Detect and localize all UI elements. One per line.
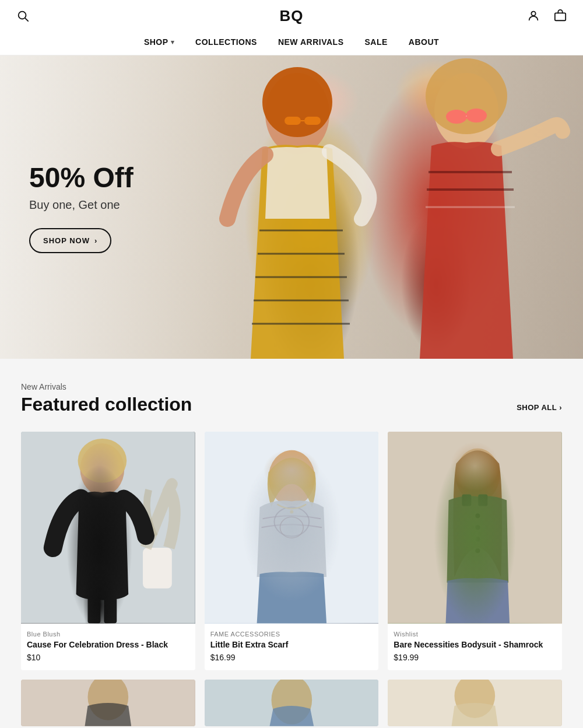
product-card-partial[interactable] <box>21 680 195 726</box>
product-image <box>205 432 379 624</box>
section-header: Featured collection SHOP ALL › <box>21 394 562 415</box>
hero-banner: 50% Off Buy one, Get one SHOP NOW › <box>0 55 583 359</box>
svg-rect-3 <box>555 13 566 20</box>
cart-icon <box>554 9 567 22</box>
account-icon <box>527 9 540 22</box>
section-meta: New Arrivals <box>21 382 562 391</box>
nav-about-label: ABOUT <box>409 37 439 47</box>
product-card-partial[interactable] <box>388 680 562 726</box>
product-brand: Blue Blush <box>27 631 189 638</box>
product-name: Bare Necessities Bodysuit - Shamrock <box>394 640 556 649</box>
product-brand: FAME ACCESSORIES <box>210 631 373 638</box>
svg-point-2 <box>531 12 535 16</box>
product-name: Little Bit Extra Scarf <box>210 640 373 649</box>
hero-discount-text: 50% Off <box>29 162 134 194</box>
svg-rect-37 <box>462 495 472 506</box>
product-grid-bottom <box>21 680 562 726</box>
nav-item-shop[interactable]: SHOP ▾ <box>144 37 174 47</box>
nav-new-arrivals-label: NEW ARRIVALS <box>278 37 344 47</box>
product-info: FAME ACCESSORIES Little Bit Extra Scarf … <box>205 624 379 670</box>
svg-line-1 <box>26 19 29 22</box>
product-price: $10 <box>27 653 189 662</box>
hero-content: 50% Off Buy one, Get one SHOP NOW › <box>0 162 163 253</box>
nav-item-new-arrivals[interactable]: NEW ARRIVALS <box>278 37 344 47</box>
cart-button[interactable] <box>552 7 569 24</box>
svg-point-39 <box>476 513 480 518</box>
svg-point-32 <box>280 517 303 538</box>
product-card[interactable]: Blue Blush Cause For Celebration Dress -… <box>21 432 195 670</box>
svg-rect-35 <box>388 432 562 624</box>
svg-point-20 <box>466 108 487 123</box>
svg-rect-24 <box>143 548 172 589</box>
product-card[interactable]: Wishlist Bare Necessities Bodysuit - Sha… <box>388 432 562 670</box>
product-card-partial[interactable] <box>205 680 379 726</box>
shop-now-label: SHOP NOW <box>43 236 90 245</box>
product-fashion-2 <box>205 432 379 624</box>
hero-fashion-illustration <box>163 55 583 359</box>
product-image <box>388 432 562 624</box>
svg-rect-11 <box>285 117 301 125</box>
svg-point-33 <box>290 510 293 513</box>
svg-rect-34 <box>388 432 562 624</box>
header-left <box>14 7 31 24</box>
shop-all-arrow-icon: › <box>559 403 562 412</box>
product-fashion-6-partial <box>388 680 562 726</box>
hero-subtitle-text: Buy one, Get one <box>29 198 134 212</box>
svg-rect-29 <box>205 432 379 624</box>
svg-point-31 <box>274 507 309 536</box>
site-header: BQ <box>0 0 583 32</box>
svg-rect-22 <box>21 432 195 624</box>
product-fashion-4-partial <box>21 680 195 726</box>
site-logo[interactable]: BQ <box>280 7 304 25</box>
nav-sale-label: SALE <box>364 37 387 47</box>
svg-rect-23 <box>21 432 195 624</box>
shop-all-label: SHOP ALL <box>517 403 557 412</box>
product-image <box>21 432 195 624</box>
product-price: $16.99 <box>210 653 373 662</box>
svg-point-41 <box>476 537 480 541</box>
hero-photo <box>163 55 583 359</box>
svg-point-5 <box>262 67 332 137</box>
nav-shop-label: SHOP <box>144 37 168 47</box>
arrow-right-icon: › <box>94 236 97 245</box>
featured-section: New Arrivals Featured collection SHOP AL… <box>0 359 583 728</box>
header-right <box>525 7 569 24</box>
shop-all-link[interactable]: SHOP ALL › <box>517 403 562 412</box>
nav-collections-label: COLLECTIONS <box>195 37 257 47</box>
svg-rect-27 <box>87 597 100 624</box>
svg-rect-12 <box>304 117 321 125</box>
account-button[interactable] <box>525 7 542 24</box>
product-info: Wishlist Bare Necessities Bodysuit - Sha… <box>388 624 562 670</box>
svg-point-26 <box>78 439 127 483</box>
product-fashion-1 <box>21 432 195 624</box>
svg-point-30 <box>268 450 315 506</box>
product-fashion-3 <box>388 432 562 624</box>
main-nav: SHOP ▾ COLLECTIONS NEW ARRIVALS SALE ABO… <box>0 32 583 55</box>
product-name: Cause For Celebration Dress - Black <box>27 640 189 649</box>
svg-point-25 <box>80 443 125 496</box>
svg-rect-38 <box>479 495 488 506</box>
svg-point-36 <box>456 449 500 502</box>
search-icon <box>16 9 29 22</box>
nav-item-sale[interactable]: SALE <box>364 37 387 47</box>
svg-point-19 <box>446 110 467 124</box>
product-card[interactable]: FAME ACCESSORIES Little Bit Extra Scarf … <box>205 432 379 670</box>
svg-point-42 <box>476 548 480 553</box>
nav-item-collections[interactable]: COLLECTIONS <box>195 37 257 47</box>
svg-point-40 <box>476 525 480 530</box>
shop-now-button[interactable]: SHOP NOW › <box>29 228 111 253</box>
svg-point-15 <box>426 58 507 134</box>
search-button[interactable] <box>14 7 31 24</box>
product-fashion-5-partial <box>205 680 379 726</box>
nav-item-about[interactable]: ABOUT <box>409 37 439 47</box>
product-price: $19.99 <box>394 653 556 662</box>
chevron-down-icon: ▾ <box>171 38 175 46</box>
product-brand: Wishlist <box>394 631 556 638</box>
product-grid: Blue Blush Cause For Celebration Dress -… <box>21 432 562 670</box>
svg-rect-28 <box>104 597 117 624</box>
section-title: Featured collection <box>21 394 192 415</box>
svg-point-0 <box>19 12 26 19</box>
product-info: Blue Blush Cause For Celebration Dress -… <box>21 624 195 670</box>
